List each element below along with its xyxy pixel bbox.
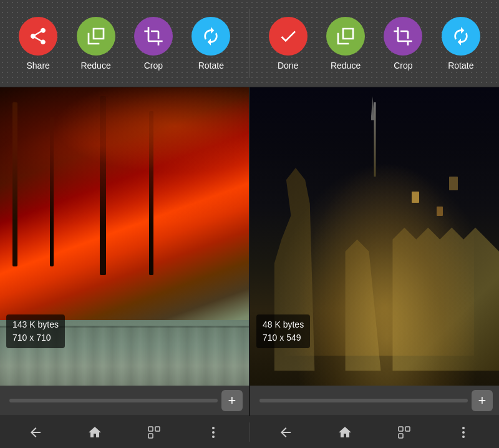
left-panel-bottom: +	[0, 386, 249, 416]
share-label: Share	[27, 61, 50, 71]
svg-rect-1	[155, 427, 160, 431]
main-content: 143 K bytes 710 x 710 +	[0, 87, 499, 416]
rotate-button-left[interactable]: Rotate	[191, 17, 230, 71]
share-button[interactable]: Share	[19, 17, 57, 71]
reduce-label-left: Reduce	[80, 61, 110, 71]
right-image-dimensions: 710 x 549	[263, 331, 304, 344]
right-toolbar: Done Reduce Crop	[250, 0, 500, 87]
left-panel: 143 K bytes 710 x 710 +	[0, 87, 249, 416]
svg-rect-0	[148, 427, 153, 431]
left-nav	[0, 416, 250, 448]
right-image-info: 48 K bytes 710 x 549	[256, 314, 310, 348]
left-image-size: 143 K bytes	[12, 318, 59, 331]
left-menu-button[interactable]	[202, 421, 225, 444]
share-icon	[19, 17, 57, 56]
left-recents-button[interactable]	[143, 421, 165, 444]
svg-rect-8	[399, 434, 403, 438]
reduce-button-left[interactable]: Reduce	[77, 17, 115, 71]
reduce-button-right[interactable]: Reduce	[326, 17, 365, 71]
rotate-label-right: Rotate	[448, 61, 473, 71]
svg-rect-7	[405, 427, 410, 431]
reduce-icon-left	[77, 17, 115, 56]
left-toolbar: Share Reduce Crop	[0, 0, 250, 87]
left-back-button[interactable]	[24, 421, 47, 444]
crop-label-left: Crop	[144, 61, 163, 71]
rotate-button-right[interactable]: Rotate	[442, 17, 480, 71]
svg-point-3	[212, 427, 215, 429]
rotate-icon-left	[191, 17, 230, 56]
left-progress-bar	[9, 399, 218, 402]
left-image-area[interactable]: 143 K bytes 710 x 710	[0, 87, 249, 386]
svg-rect-6	[399, 427, 403, 431]
right-progress-bar	[259, 399, 468, 402]
right-back-button[interactable]	[274, 421, 297, 444]
toolbar: Share Reduce Crop	[0, 0, 499, 87]
crop-label-right: Crop	[394, 61, 412, 71]
svg-point-11	[462, 436, 465, 438]
right-panel-bottom: +	[250, 386, 499, 416]
done-icon	[269, 17, 308, 56]
left-add-button[interactable]: +	[221, 390, 243, 411]
right-image-size: 48 K bytes	[263, 318, 304, 331]
right-home-button[interactable]	[334, 421, 356, 444]
right-nav	[250, 416, 500, 448]
svg-point-5	[212, 436, 215, 438]
right-menu-button[interactable]	[452, 421, 475, 444]
left-home-button[interactable]	[84, 421, 106, 444]
crop-button-right[interactable]: Crop	[384, 17, 422, 71]
left-image-dimensions: 710 x 710	[12, 331, 59, 344]
rotate-icon-right	[442, 17, 480, 56]
crop-button-left[interactable]: Crop	[134, 17, 173, 71]
crop-icon-left	[134, 17, 173, 56]
svg-point-4	[212, 431, 215, 434]
done-label: Done	[278, 61, 298, 71]
right-image-area[interactable]: 48 K bytes 710 x 549	[250, 87, 499, 386]
crop-icon-right	[384, 17, 422, 56]
svg-point-10	[462, 431, 465, 434]
left-image-info: 143 K bytes 710 x 710	[6, 314, 65, 348]
svg-rect-2	[148, 434, 153, 438]
right-panel: 48 K bytes 710 x 549 +	[250, 87, 499, 416]
reduce-icon-right	[326, 17, 365, 56]
right-recents-button[interactable]	[393, 421, 415, 444]
svg-point-9	[462, 427, 465, 429]
navigation-bar	[0, 416, 499, 448]
right-add-button[interactable]: +	[472, 390, 493, 411]
reduce-label-right: Reduce	[331, 61, 361, 71]
done-button[interactable]: Done	[269, 17, 308, 71]
rotate-label-left: Rotate	[198, 61, 224, 71]
